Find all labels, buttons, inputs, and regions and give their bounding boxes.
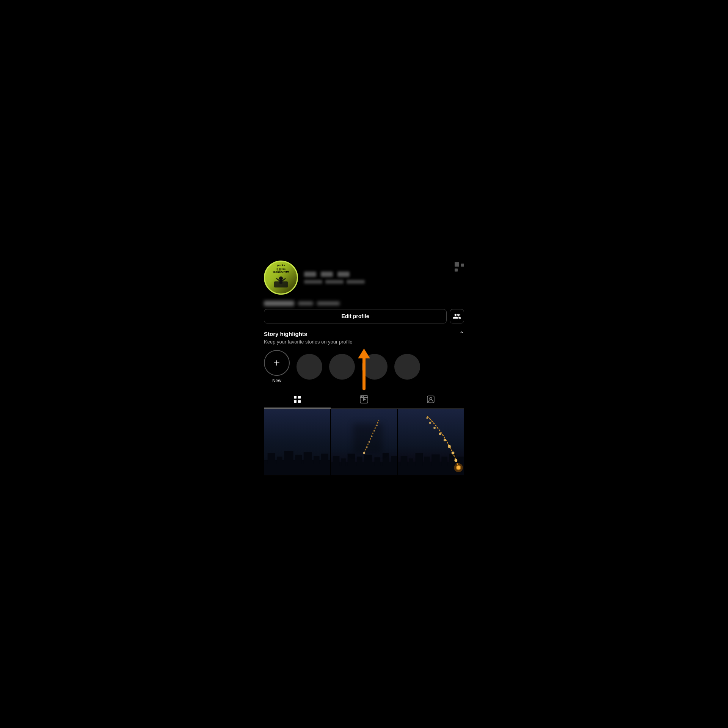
svg-point-66 [427, 417, 428, 419]
highlight-new-label: New [272, 378, 281, 383]
posts-label-blurred [304, 280, 322, 284]
svg-point-20 [430, 397, 432, 400]
svg-rect-24 [277, 457, 282, 464]
profile-stats-section [304, 271, 449, 284]
highlight-new-circle: + [264, 350, 290, 376]
grid-cell-2[interactable] [331, 409, 397, 475]
book-title: perks of being a wallflower [273, 264, 289, 274]
person-add-icon [453, 312, 461, 320]
indicator-dot-3 [455, 268, 458, 271]
svg-rect-50 [401, 456, 407, 466]
posts-count-blurred [304, 271, 316, 277]
svg-rect-25 [284, 451, 293, 464]
svg-point-68 [456, 465, 461, 471]
svg-rect-34 [347, 454, 355, 466]
edit-profile-button[interactable]: Edit profile [264, 309, 447, 323]
svg-point-59 [455, 459, 458, 462]
svg-point-61 [448, 445, 451, 448]
profile-header: perks of being a wallflower [264, 260, 464, 295]
svg-rect-47 [353, 424, 383, 453]
story-highlights-title: Story highlights [264, 331, 307, 337]
svg-point-65 [429, 422, 431, 424]
top-right-indicators [455, 260, 464, 271]
tab-tagged[interactable] [397, 390, 464, 408]
svg-rect-11 [298, 400, 301, 403]
stats-labels-row [304, 280, 449, 284]
username-extra-2-blurred [317, 301, 340, 305]
svg-point-62 [444, 439, 446, 441]
svg-marker-13 [363, 398, 366, 401]
followers-label-blurred [325, 280, 344, 284]
instagram-profile-screen: perks of being a wallflower [258, 253, 470, 475]
svg-point-63 [439, 433, 442, 435]
svg-rect-29 [321, 454, 328, 464]
grid-cell-1[interactable] [264, 409, 330, 475]
svg-rect-53 [424, 457, 430, 466]
content-section [264, 390, 464, 475]
username-blurred [264, 301, 294, 306]
story-highlights-subtitle: Keep your favorite stories on your profi… [264, 339, 464, 345]
highlights-row: + New [264, 350, 464, 383]
highlight-new-button[interactable]: + New [264, 350, 290, 383]
svg-rect-39 [391, 456, 397, 466]
username-section [264, 301, 464, 306]
highlight-item-1[interactable] [297, 354, 322, 380]
grid-cell-3[interactable] [398, 409, 464, 475]
svg-rect-55 [442, 457, 448, 466]
svg-rect-36 [364, 455, 372, 466]
stats-row [304, 271, 449, 277]
svg-rect-51 [409, 458, 413, 466]
action-buttons-row: Edit profile [264, 309, 464, 323]
svg-rect-38 [383, 453, 389, 466]
chevron-up-icon[interactable]: ⌃ [459, 330, 464, 337]
svg-point-60 [452, 452, 455, 455]
photo-1-svg [264, 409, 330, 475]
following-label-blurred [347, 280, 365, 284]
svg-rect-2 [279, 280, 282, 284]
grid-icon [293, 395, 302, 404]
svg-rect-35 [357, 457, 362, 466]
svg-rect-32 [333, 456, 339, 466]
tagged-icon [426, 395, 435, 404]
svg-line-3 [276, 279, 279, 281]
add-person-button[interactable] [450, 309, 464, 323]
svg-rect-26 [295, 455, 301, 464]
svg-line-4 [282, 279, 286, 281]
indicator-dot-1 [455, 262, 459, 267]
svg-point-16 [363, 396, 364, 397]
svg-rect-10 [294, 400, 297, 403]
svg-rect-52 [416, 453, 423, 466]
story-highlights-section: Story highlights ⌃ Keep your favorite st… [264, 330, 464, 383]
profile-tab-bar [264, 390, 464, 409]
avatar-wrapper: perks of being a wallflower [264, 260, 298, 295]
svg-rect-9 [298, 396, 301, 399]
svg-rect-33 [341, 458, 346, 466]
reels-icon [359, 395, 369, 404]
story-highlights-header: Story highlights ⌃ [264, 330, 464, 337]
photo-3-svg [398, 409, 464, 475]
svg-rect-54 [432, 454, 440, 466]
svg-rect-8 [294, 396, 297, 399]
svg-rect-28 [314, 456, 320, 464]
plus-icon: + [274, 358, 280, 368]
svg-point-15 [361, 396, 362, 397]
svg-point-1 [279, 277, 283, 281]
svg-rect-27 [304, 452, 312, 464]
svg-rect-37 [374, 457, 380, 466]
highlight-item-2[interactable] [329, 354, 355, 380]
followers-count-blurred [321, 271, 333, 277]
svg-point-64 [433, 427, 436, 429]
svg-rect-23 [268, 453, 275, 464]
avatar[interactable]: perks of being a wallflower [264, 260, 298, 295]
following-count-blurred [337, 271, 350, 277]
tab-reels[interactable] [331, 390, 397, 408]
photo-2-svg [331, 409, 397, 475]
tab-grid[interactable] [264, 390, 331, 408]
indicator-dot-2 [461, 264, 464, 267]
highlight-item-4[interactable] [394, 354, 420, 380]
photo-grid [264, 409, 464, 475]
highlight-item-3[interactable] [362, 354, 388, 380]
book-figure-icon [273, 275, 289, 289]
username-extra-1-blurred [298, 301, 313, 305]
